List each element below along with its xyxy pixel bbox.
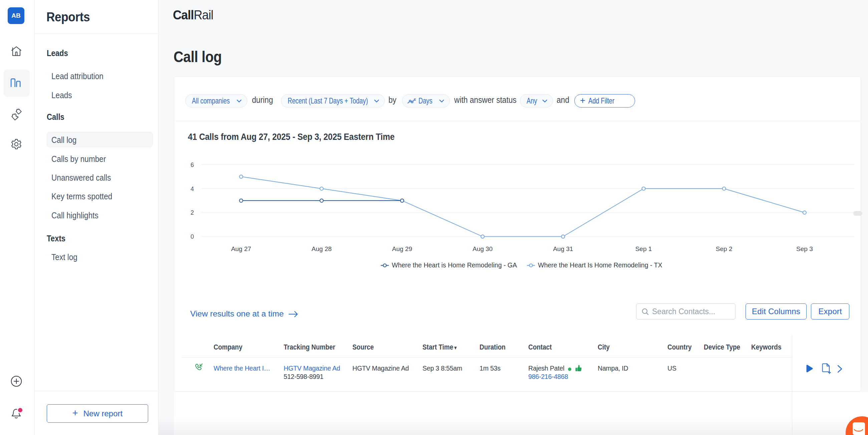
- svg-text:Sep 1: Sep 1: [636, 245, 652, 252]
- svg-text:Aug 28: Aug 28: [312, 245, 332, 252]
- svg-text:6: 6: [191, 162, 194, 168]
- svg-text:Sep 2: Sep 2: [716, 245, 733, 252]
- svg-text:4: 4: [191, 185, 194, 192]
- svg-text:Aug 27: Aug 27: [231, 245, 251, 252]
- svg-text:0: 0: [191, 233, 194, 240]
- svg-text:Sep 3: Sep 3: [796, 245, 813, 252]
- svg-text:2: 2: [191, 209, 194, 216]
- svg-text:Aug 30: Aug 30: [472, 245, 493, 252]
- svg-text:Aug 31: Aug 31: [553, 245, 573, 252]
- svg-text:Aug 29: Aug 29: [392, 245, 412, 252]
